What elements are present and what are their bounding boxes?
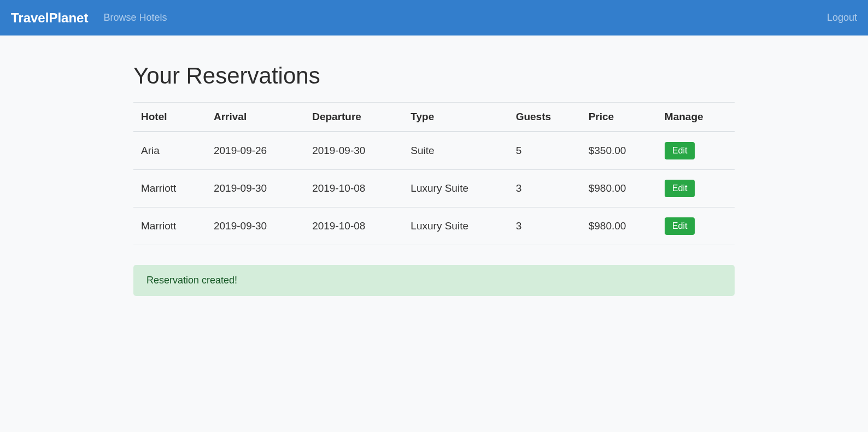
cell-price: $980.00 [581,208,657,245]
table-header-row: Hotel Arrival Departure Type Guests Pric… [133,103,735,132]
edit-button[interactable]: Edit [665,217,695,235]
table-row: Marriott 2019-09-30 2019-10-08 Luxury Su… [133,170,735,208]
header-type: Type [403,103,508,132]
header-hotel: Hotel [133,103,206,132]
cell-departure: 2019-09-30 [304,132,403,170]
brand-link[interactable]: TravelPlanet [11,10,88,26]
edit-button[interactable]: Edit [665,142,695,159]
cell-hotel: Aria [133,132,206,170]
cell-manage: Edit [657,132,735,170]
cell-type: Luxury Suite [403,170,508,208]
header-departure: Departure [304,103,403,132]
logout-link[interactable]: Logout [827,12,857,23]
edit-button[interactable]: Edit [665,180,695,197]
header-guests: Guests [508,103,581,132]
cell-arrival: 2019-09-26 [206,132,304,170]
header-manage: Manage [657,103,735,132]
cell-hotel: Marriott [133,170,206,208]
cell-price: $980.00 [581,170,657,208]
cell-departure: 2019-10-08 [304,208,403,245]
success-alert: Reservation created! [133,265,735,296]
cell-arrival: 2019-09-30 [206,208,304,245]
cell-guests: 5 [508,132,581,170]
cell-type: Suite [403,132,508,170]
cell-price: $350.00 [581,132,657,170]
page-title: Your Reservations [133,63,735,89]
cell-guests: 3 [508,170,581,208]
header-price: Price [581,103,657,132]
browse-hotels-link[interactable]: Browse Hotels [103,12,167,23]
cell-hotel: Marriott [133,208,206,245]
cell-arrival: 2019-09-30 [206,170,304,208]
navbar: TravelPlanet Browse Hotels Logout [0,0,868,35]
navbar-left: TravelPlanet Browse Hotels [11,10,167,26]
table-row: Aria 2019-09-26 2019-09-30 Suite 5 $350.… [133,132,735,170]
cell-manage: Edit [657,208,735,245]
main-container: Your Reservations Hotel Arrival Departur… [133,35,735,296]
navbar-right: Logout [827,12,857,23]
reservations-table: Hotel Arrival Departure Type Guests Pric… [133,102,735,245]
cell-guests: 3 [508,208,581,245]
table-row: Marriott 2019-09-30 2019-10-08 Luxury Su… [133,208,735,245]
cell-manage: Edit [657,170,735,208]
cell-departure: 2019-10-08 [304,170,403,208]
cell-type: Luxury Suite [403,208,508,245]
header-arrival: Arrival [206,103,304,132]
